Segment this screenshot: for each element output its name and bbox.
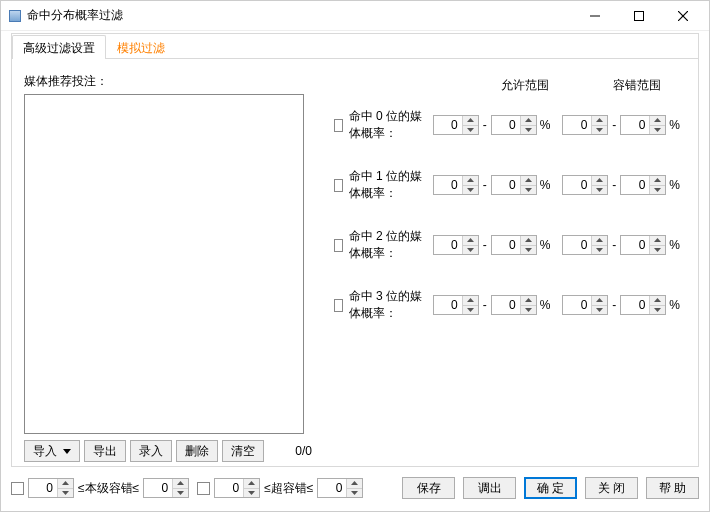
spin-down-icon[interactable] [592, 245, 607, 255]
allow-max-2[interactable] [491, 235, 537, 255]
super-tol-min-input[interactable] [215, 479, 243, 497]
app-window: 命中分布概率过滤 高级过滤设置 模拟过滤 媒体推荐投注： 导入 导出 录入 删除… [0, 0, 710, 512]
tol-max-1-input[interactable] [621, 176, 649, 194]
spin-down-icon[interactable] [592, 125, 607, 135]
spin-down-icon[interactable] [463, 305, 478, 315]
allow-max-3[interactable] [491, 295, 537, 315]
row-checkbox[interactable] [334, 179, 343, 192]
allow-max-1-input[interactable] [492, 176, 520, 194]
allow-min-2-input[interactable] [434, 236, 462, 254]
allow-min-1[interactable] [433, 175, 479, 195]
allow-max-0[interactable] [491, 115, 537, 135]
spin-down-icon[interactable] [521, 245, 536, 255]
tab-simulate[interactable]: 模拟过滤 [106, 35, 176, 59]
tol-min-0-input[interactable] [563, 116, 591, 134]
spin-down-icon[interactable] [650, 305, 665, 315]
tol-max-0[interactable] [620, 115, 666, 135]
tol-max-0-input[interactable] [621, 116, 649, 134]
tol-max-3-input[interactable] [621, 296, 649, 314]
allow-max-1[interactable] [491, 175, 537, 195]
super-tol-max-input[interactable] [318, 479, 346, 497]
tol-min-3-input[interactable] [563, 296, 591, 314]
close-button[interactable] [661, 2, 705, 30]
spin-up-icon[interactable] [521, 176, 536, 185]
load-button[interactable]: 调出 [463, 477, 516, 499]
spin-up-icon[interactable] [650, 236, 665, 245]
maximize-button[interactable] [617, 2, 661, 30]
super-tol-min[interactable] [214, 478, 260, 498]
super-tolerance-checkbox[interactable] [197, 482, 210, 495]
tol-min-0[interactable] [562, 115, 608, 135]
spin-up-icon[interactable] [521, 296, 536, 305]
tol-min-2[interactable] [562, 235, 608, 255]
import-button[interactable]: 导入 [24, 440, 80, 462]
super-tol-max[interactable] [317, 478, 363, 498]
tol-min-1[interactable] [562, 175, 608, 195]
spin-down-icon[interactable] [592, 185, 607, 195]
tol-min-1-input[interactable] [563, 176, 591, 194]
tab-advanced[interactable]: 高级过滤设置 [12, 35, 106, 59]
spin-up-icon[interactable] [592, 176, 607, 185]
spin-up-icon[interactable] [650, 176, 665, 185]
spin-down-icon[interactable] [592, 305, 607, 315]
close-dialog-button[interactable]: 关 闭 [585, 477, 638, 499]
row-checkbox[interactable] [334, 299, 343, 312]
delete-button[interactable]: 删除 [176, 440, 218, 462]
spin-down-icon[interactable] [463, 245, 478, 255]
spin-down-icon[interactable] [650, 125, 665, 135]
spin-up-icon[interactable] [521, 236, 536, 245]
media-label: 媒体推荐投注： [24, 73, 314, 90]
spin-up-icon[interactable] [521, 116, 536, 125]
ok-button[interactable]: 确 定 [524, 477, 577, 499]
level-tol-max-input[interactable] [144, 479, 172, 497]
allow-min-3-input[interactable] [434, 296, 462, 314]
tol-max-3[interactable] [620, 295, 666, 315]
export-button[interactable]: 导出 [84, 440, 126, 462]
svg-marker-17 [596, 188, 603, 192]
tol-max-1[interactable] [620, 175, 666, 195]
minimize-button[interactable] [573, 2, 617, 30]
level-tol-max[interactable] [143, 478, 189, 498]
spin-up-icon[interactable] [592, 296, 607, 305]
spin-down-icon[interactable] [58, 488, 73, 498]
allow-min-1-input[interactable] [434, 176, 462, 194]
spin-down-icon[interactable] [521, 305, 536, 315]
allow-max-3-input[interactable] [492, 296, 520, 314]
spin-down-icon[interactable] [521, 125, 536, 135]
level-tolerance-checkbox[interactable] [11, 482, 24, 495]
spin-up-icon[interactable] [58, 479, 73, 488]
row-checkbox[interactable] [334, 119, 343, 132]
spin-down-icon[interactable] [463, 125, 478, 135]
spin-up-icon[interactable] [592, 236, 607, 245]
tol-max-2[interactable] [620, 235, 666, 255]
spin-down-icon[interactable] [650, 245, 665, 255]
right-column: 允许范围 容错范围 命中 0 位的媒体概率：-%-%命中 1 位的媒体概率：-%… [334, 73, 686, 322]
allow-min-3[interactable] [433, 295, 479, 315]
level-tol-min[interactable] [28, 478, 74, 498]
save-button[interactable]: 保存 [402, 477, 455, 499]
enter-button[interactable]: 录入 [130, 440, 172, 462]
spin-down-icon[interactable] [463, 185, 478, 195]
spin-up-icon[interactable] [463, 176, 478, 185]
help-button[interactable]: 帮 助 [646, 477, 699, 499]
spin-down-icon[interactable] [650, 185, 665, 195]
tol-max-2-input[interactable] [621, 236, 649, 254]
spin-up-icon[interactable] [650, 296, 665, 305]
tol-min-2-input[interactable] [563, 236, 591, 254]
spin-up-icon[interactable] [463, 236, 478, 245]
spin-down-icon[interactable] [521, 185, 536, 195]
clear-button[interactable]: 清空 [222, 440, 264, 462]
spin-up-icon[interactable] [592, 116, 607, 125]
spin-up-icon[interactable] [463, 116, 478, 125]
spin-up-icon[interactable] [463, 296, 478, 305]
level-tol-min-input[interactable] [29, 479, 57, 497]
media-listbox[interactable] [24, 94, 304, 434]
allow-min-0[interactable] [433, 115, 479, 135]
allow-max-2-input[interactable] [492, 236, 520, 254]
allow-max-0-input[interactable] [492, 116, 520, 134]
spin-up-icon[interactable] [650, 116, 665, 125]
allow-min-2[interactable] [433, 235, 479, 255]
row-checkbox[interactable] [334, 239, 343, 252]
tol-min-3[interactable] [562, 295, 608, 315]
allow-min-0-input[interactable] [434, 116, 462, 134]
